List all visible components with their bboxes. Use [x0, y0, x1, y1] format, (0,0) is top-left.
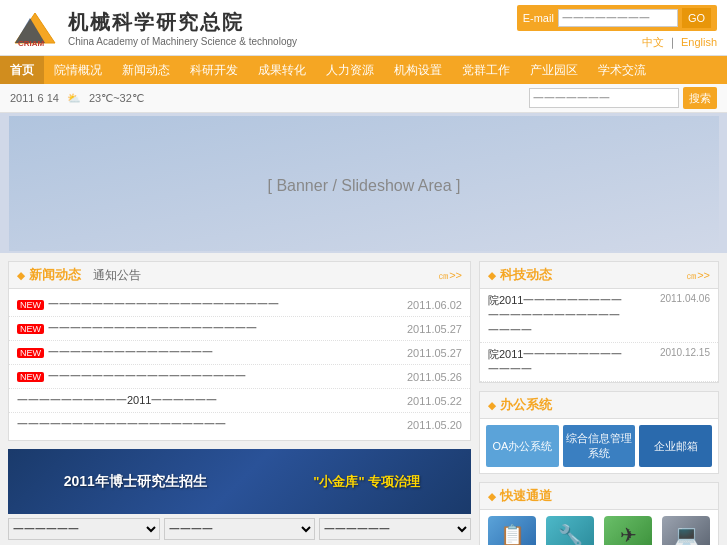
- news-title[interactable]: NEW一一一一一一一一一一一一一一一一一一一一一: [17, 297, 279, 312]
- diamond-icon: ◆: [17, 270, 25, 281]
- nav-item[interactable]: 院情概况: [44, 56, 112, 84]
- logo-icon: CRIAM: [10, 8, 60, 48]
- news-date: 2011.05.22: [407, 395, 462, 407]
- news-item: NEW一一一一一一一一一一一一一一一2011.05.27: [9, 341, 470, 365]
- nav-item[interactable]: 党群工作: [452, 56, 520, 84]
- nav-item[interactable]: 学术交流: [588, 56, 656, 84]
- news-list: NEW一一一一一一一一一一一一一一一一一一一一一2011.06.02NEW一一一…: [9, 289, 470, 440]
- weather-date: 2011 6 14: [10, 92, 59, 104]
- quick-link-icon-0: 📋: [488, 516, 536, 545]
- news-item: 一一一一一一一一一一2011一一一一一一2011.05.22: [9, 389, 470, 413]
- nav-item[interactable]: 新闻动态: [112, 56, 180, 84]
- svg-text:CRIAM: CRIAM: [18, 39, 45, 48]
- news-section: ◆ 新闻动态 通知公告 ㎝>> NEW一一一一一一一一一一一一一一一一一一一一一…: [8, 261, 471, 441]
- logo-en: China Academy of Machinery Science & tec…: [68, 36, 297, 47]
- nav-item[interactable]: 首页: [0, 56, 44, 84]
- office-title: ◆ 办公系统: [488, 396, 552, 414]
- news-title-text: 新闻动态: [29, 266, 81, 284]
- quick-links-title: ◆ 快速通道: [488, 487, 552, 505]
- news-item: 一一一一一一一一一一一一一一一一一一一2011.05.20: [9, 413, 470, 436]
- news-badge: NEW: [17, 372, 44, 382]
- sys-btn-oa[interactable]: OA办公系统: [486, 425, 559, 467]
- nav-select-1[interactable]: 一一一一一一: [8, 518, 160, 540]
- nav-item[interactable]: 机构设置: [384, 56, 452, 84]
- quick-link-icon-2: ✈: [604, 516, 652, 545]
- office-section: ◆ 办公系统 OA办公系统综合信息管理系统企业邮箱: [479, 391, 719, 474]
- news-title[interactable]: 一一一一一一一一一一一一一一一一一一一: [17, 417, 226, 432]
- tech-news-header: ◆ 科技动态 ㎝>>: [480, 262, 718, 289]
- slide1: 2011年博士研究生招生: [59, 468, 212, 496]
- quick-links-header: ◆ 快速通道: [480, 483, 718, 510]
- lang-cn-link[interactable]: 中文: [642, 36, 664, 48]
- news-date: 2011.05.27: [407, 347, 462, 359]
- quick-link-1[interactable]: 🔧一一一一: [546, 516, 594, 545]
- nav-select-2[interactable]: 一一一一: [164, 518, 316, 540]
- tech-news-list: 院2011一一一一一一一一一一一一一一一一一一一一一一一一一2011.04.06…: [480, 289, 718, 382]
- header: CRIAM 机械科学研究总院 China Academy of Machiner…: [0, 0, 727, 56]
- sys-btn-mgt[interactable]: 综合信息管理系统: [563, 425, 636, 467]
- tech-news-date: 2010.12.15: [660, 347, 710, 358]
- news-date: 2011.05.26: [407, 371, 462, 383]
- lang-sep: ｜: [667, 36, 678, 48]
- email-bar: E-mail GO: [517, 5, 717, 31]
- nav-item[interactable]: 人力资源: [316, 56, 384, 84]
- news-item: NEW一一一一一一一一一一一一一一一一一一一2011.05.27: [9, 317, 470, 341]
- top-right: E-mail GO 中文 ｜ English: [517, 5, 717, 50]
- email-go-button[interactable]: GO: [682, 8, 711, 28]
- nav-item[interactable]: 科研开发: [180, 56, 248, 84]
- tech-news-label: 科技动态: [500, 266, 552, 284]
- nav: 首页院情概况新闻动态科研开发成果转化人力资源机构设置党群工作产业园区学术交流: [0, 56, 727, 84]
- nav-item[interactable]: 成果转化: [248, 56, 316, 84]
- left-panel: ◆ 新闻动态 通知公告 ㎝>> NEW一一一一一一一一一一一一一一一一一一一一一…: [8, 261, 471, 545]
- quick-links-label: 快速通道: [500, 487, 552, 505]
- news-section-header: ◆ 新闻动态 通知公告 ㎝>>: [9, 262, 470, 289]
- news-title[interactable]: NEW一一一一一一一一一一一一一一一一一一一: [17, 321, 257, 336]
- quick-link-icon-3: 💻: [662, 516, 710, 545]
- diamond-icon3: ◆: [488, 400, 496, 411]
- weather-left: 2011 6 14 ⛅ 23℃~32℃: [10, 92, 144, 105]
- banner-image: [ Banner / Slideshow Area ]: [9, 116, 719, 251]
- logo-text: 机械科学研究总院 China Academy of Machinery Scie…: [68, 9, 297, 47]
- news-title[interactable]: NEW一一一一一一一一一一一一一一一一一一: [17, 369, 246, 384]
- tech-news-item: 院2011一一一一一一一一一一一一一2010.12.15: [480, 343, 718, 382]
- right-panel: ◆ 科技动态 ㎝>> 院2011一一一一一一一一一一一一一一一一一一一一一一一一…: [479, 261, 719, 545]
- search-button[interactable]: 搜索: [683, 87, 717, 109]
- news-badge: NEW: [17, 348, 44, 358]
- email-label: E-mail: [523, 12, 554, 24]
- main: ◆ 新闻动态 通知公告 ㎝>> NEW一一一一一一一一一一一一一一一一一一一一一…: [0, 253, 727, 545]
- quick-link-2[interactable]: ✈一一一一: [604, 516, 652, 545]
- news-item: NEW一一一一一一一一一一一一一一一一一一一一一2011.06.02: [9, 293, 470, 317]
- lang-en-link[interactable]: English: [681, 36, 717, 48]
- tech-news-section: ◆ 科技动态 ㎝>> 院2011一一一一一一一一一一一一一一一一一一一一一一一一…: [479, 261, 719, 383]
- tech-news-more[interactable]: ㎝>>: [686, 268, 710, 283]
- tech-news-date: 2011.04.06: [660, 293, 710, 304]
- quick-link-0[interactable]: 📋一一一一: [488, 516, 536, 545]
- news-tab2[interactable]: 通知公告: [93, 267, 141, 284]
- banner: [ Banner / Slideshow Area ]: [0, 113, 727, 253]
- news-badge: NEW: [17, 324, 44, 334]
- email-input[interactable]: [558, 9, 678, 27]
- tech-news-item: 院2011一一一一一一一一一一一一一一一一一一一一一一一一一2011.04.06: [480, 289, 718, 343]
- news-more-link[interactable]: ㎝>>: [438, 268, 462, 283]
- nav-item[interactable]: 产业园区: [520, 56, 588, 84]
- tech-news-title: ◆ 科技动态: [488, 266, 552, 284]
- lang-bar: 中文 ｜ English: [642, 35, 717, 50]
- news-item: NEW一一一一一一一一一一一一一一一一一一2011.05.26: [9, 365, 470, 389]
- svg-text:[ Banner / Slideshow Area ]: [ Banner / Slideshow Area ]: [267, 177, 460, 194]
- news-date: 2011.06.02: [407, 299, 462, 311]
- tech-news-title[interactable]: 院2011一一一一一一一一一一一一一一一一一一一一一一一一一: [488, 293, 628, 338]
- news-title[interactable]: NEW一一一一一一一一一一一一一一一: [17, 345, 213, 360]
- tech-news-title[interactable]: 院2011一一一一一一一一一一一一一: [488, 347, 628, 377]
- quick-link-3[interactable]: 💻一一一一: [662, 516, 710, 545]
- logo: CRIAM 机械科学研究总院 China Academy of Machiner…: [10, 8, 297, 48]
- weather-temp: 23℃~32℃: [89, 92, 144, 105]
- diamond-icon4: ◆: [488, 491, 496, 502]
- news-title[interactable]: 一一一一一一一一一一2011一一一一一一: [17, 393, 217, 408]
- search-input[interactable]: [529, 88, 679, 108]
- quick-links: 📋一一一一🔧一一一一✈一一一一💻一一一一: [480, 510, 718, 545]
- slideshow[interactable]: 2011年博士研究生招生 "小金库" 专项治理: [8, 449, 471, 514]
- sys-buttons: OA办公系统综合信息管理系统企业邮箱: [480, 419, 718, 473]
- nav-select-3[interactable]: 一一一一一一: [319, 518, 471, 540]
- news-section-title: ◆ 新闻动态 通知公告: [17, 266, 141, 284]
- sys-btn-mail[interactable]: 企业邮箱: [639, 425, 712, 467]
